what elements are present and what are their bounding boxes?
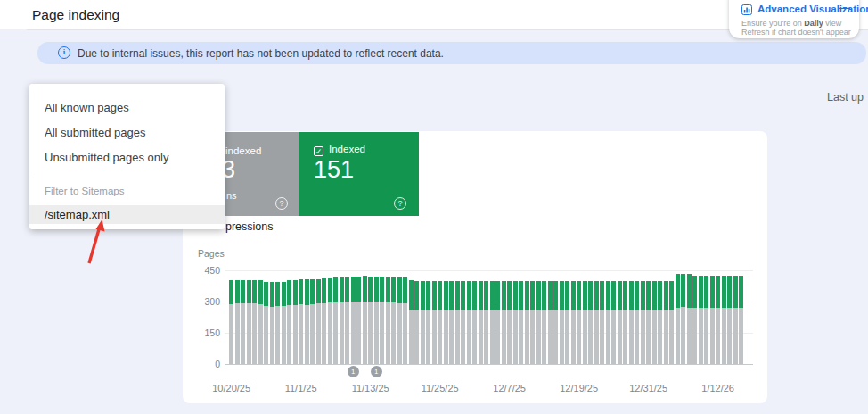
bar-green-segment: [449, 281, 454, 310]
bar-green-segment: [507, 281, 512, 310]
x-tick-label: 10/20/25: [212, 383, 250, 393]
bar-gray-segment: [380, 302, 384, 364]
bar-gray-segment: [652, 310, 657, 364]
bar-green-segment: [710, 276, 715, 309]
info-banner: i Due to internal issues, this report ha…: [37, 42, 866, 64]
bar-gray-segment: [333, 302, 338, 364]
bar-green-segment: [560, 281, 564, 310]
bar-gray-segment: [739, 308, 743, 364]
bar-green-segment: [623, 281, 627, 310]
x-tick-label: 11/25/25: [422, 383, 459, 393]
dropdown-selected-item[interactable]: /sitemap.xml: [29, 205, 225, 224]
bar-gray-segment: [519, 310, 523, 364]
bar-gray-segment: [310, 304, 315, 364]
popup-hint-line2: Refresh if chart doesn't appear: [741, 28, 851, 37]
popup-hint-line1: Ensure you're on Daily view: [741, 19, 841, 28]
bar-green-segment: [305, 279, 309, 304]
bar-gray-segment: [676, 308, 680, 364]
bar-green-segment: [241, 280, 245, 304]
red-arrow-annotation: [78, 210, 116, 269]
bar-green-segment: [658, 281, 662, 310]
not-indexed-label: indexed: [225, 145, 261, 156]
not-indexed-sub-label: ns: [226, 190, 237, 201]
dropdown-item[interactable]: All known pages: [29, 95, 225, 120]
bar-green-segment: [287, 280, 291, 305]
bar-gray-segment: [687, 308, 692, 364]
indexed-card[interactable]: ✓Indexed 151 ?: [299, 132, 419, 216]
bar-chart-icon: [741, 4, 752, 15]
bar-gray-segment: [629, 310, 634, 364]
bar-green-segment: [345, 277, 349, 302]
bar-green-segment: [444, 281, 448, 310]
bar-gray-segment: [247, 303, 251, 364]
bar-gray-segment: [322, 303, 326, 364]
dropdown-item[interactable]: Unsubmitted pages only: [29, 145, 225, 170]
bar-green-segment: [577, 281, 581, 310]
pages-axis-label: Pages: [198, 248, 225, 259]
indexed-label: ✓Indexed: [314, 144, 365, 156]
bar-green-segment: [275, 282, 280, 306]
bar-green-segment: [530, 281, 535, 310]
dropdown-section-label: Filter to Sitemaps: [45, 186, 124, 196]
x-tick-label: 12/7/25: [493, 383, 526, 393]
bar-green-segment: [328, 278, 332, 303]
bar-green-segment: [333, 277, 338, 302]
bar-green-segment: [403, 277, 407, 303]
help-icon[interactable]: ?: [275, 197, 288, 210]
bar-gray-segment: [455, 310, 460, 364]
bar-gray-segment: [391, 302, 396, 364]
bar-gray-segment: [432, 310, 437, 364]
indexed-checkbox-icon[interactable]: ✓: [314, 146, 323, 156]
bar-gray-segment: [414, 310, 419, 364]
help-icon[interactable]: ?: [394, 197, 406, 210]
bar-green-segment: [565, 281, 569, 310]
annotation-marker[interactable]: 1: [371, 366, 382, 377]
bar-gray-segment: [525, 310, 529, 364]
bar-gray-segment: [397, 303, 402, 364]
bar-green-segment: [548, 281, 553, 310]
bar-gray-segment: [588, 310, 593, 364]
bar-gray-segment: [495, 310, 500, 364]
x-tick-label: 1/12/26: [701, 383, 734, 393]
bar-green-segment: [542, 281, 546, 310]
bar-green-segment: [386, 277, 390, 302]
bar-green-segment: [397, 277, 402, 303]
bar-gray-segment: [606, 310, 610, 364]
bar-gray-segment: [461, 310, 465, 364]
last-updated-label: Last up: [827, 91, 864, 104]
x-tick-label: 11/13/25: [352, 383, 389, 393]
bar-green-segment: [594, 281, 599, 310]
impressions-label-fragment[interactable]: pressions: [225, 220, 274, 233]
bar-gray-segment: [611, 310, 616, 364]
bar-gray-segment: [363, 302, 367, 364]
bar-gray-segment: [618, 310, 622, 364]
bar-green-segment: [356, 277, 361, 302]
minimize-button[interactable]: —: [839, 2, 850, 14]
bar-gray-segment: [704, 308, 708, 364]
bar-gray-segment: [299, 304, 303, 364]
bar-gray-segment: [426, 310, 430, 364]
bar-gray-segment: [386, 302, 390, 364]
bar-gray-segment: [560, 310, 564, 364]
bar-gray-segment: [646, 310, 651, 364]
bar-green-segment: [704, 276, 708, 308]
bar-gray-segment: [374, 302, 379, 364]
bar-green-segment: [699, 276, 703, 309]
annotation-marker[interactable]: 1: [348, 366, 359, 377]
bar-green-segment: [252, 280, 257, 304]
popup-title[interactable]: Advanced Visualization: [757, 4, 868, 14]
bar-gray-segment: [438, 310, 442, 364]
bar-green-segment: [502, 281, 506, 310]
bar-green-segment: [258, 280, 263, 304]
bar-gray-segment: [345, 302, 349, 364]
bar-green-segment: [669, 281, 674, 310]
dropdown-item[interactable]: All submitted pages: [29, 120, 225, 145]
bar-green-segment: [484, 281, 488, 310]
bar-green-segment: [664, 281, 668, 310]
bar-green-segment: [553, 281, 558, 310]
bar-gray-segment: [490, 310, 495, 364]
bar-green-segment: [461, 281, 465, 310]
bar-green-segment: [519, 281, 523, 310]
bar-gray-segment: [351, 302, 356, 364]
bar-gray-segment: [710, 308, 715, 364]
